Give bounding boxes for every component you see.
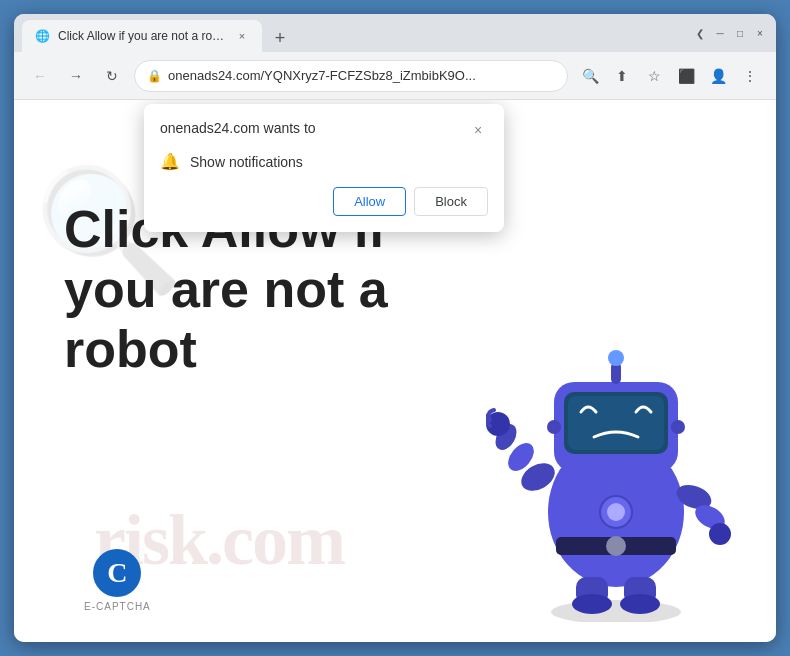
svg-point-8 [608, 350, 624, 366]
popup-close-button[interactable]: × [468, 120, 488, 140]
ecaptcha-logo: C [93, 549, 141, 597]
svg-point-21 [607, 503, 625, 521]
page-content: 🔍 risk.com Click Allow if you are not a … [14, 100, 776, 642]
hero-line2: you are not a [64, 260, 388, 318]
minimize-button[interactable]: ─ [712, 25, 728, 41]
popup-buttons: Allow Block [160, 187, 488, 216]
bookmark-icon[interactable]: ☆ [640, 62, 668, 90]
collapse-icon[interactable]: ❮ [692, 25, 708, 41]
allow-button[interactable]: Allow [333, 187, 406, 216]
tab-close-button[interactable]: × [234, 28, 250, 44]
svg-point-15 [709, 523, 731, 545]
tablet-mode-icon[interactable]: ⬛ [672, 62, 700, 90]
title-bar: 🌐 Click Allow if you are not a robot × +… [14, 14, 776, 52]
browser-window: 🌐 Click Allow if you are not a robot × +… [14, 14, 776, 642]
url-text: onenads24.com/YQNXryz7-FCFZSbz8_iZmbibK9… [168, 68, 555, 83]
robot-illustration [486, 282, 746, 622]
hero-line3: robot [64, 320, 197, 378]
lock-icon: 🔒 [147, 69, 162, 83]
tab-title: Click Allow if you are not a robot [58, 29, 226, 43]
maximize-button[interactable]: □ [732, 25, 748, 41]
block-button[interactable]: Block [414, 187, 488, 216]
browser-toolbar: ← → ↻ 🔒 onenads24.com/YQNXryz7-FCFZSbz8_… [14, 52, 776, 100]
notification-text: Show notifications [190, 154, 303, 170]
svg-point-3 [606, 536, 626, 556]
ecaptcha-label: E-CAPTCHA [84, 601, 151, 612]
browser-tab[interactable]: 🌐 Click Allow if you are not a robot × [22, 20, 262, 52]
share-icon[interactable]: ⬆ [608, 62, 636, 90]
svg-point-19 [620, 594, 660, 614]
robot-svg [486, 282, 746, 622]
popup-header: onenads24.com wants to × [160, 120, 488, 140]
svg-rect-6 [568, 396, 664, 450]
close-button[interactable]: × [752, 25, 768, 41]
notification-row: 🔔 Show notifications [160, 152, 488, 171]
ecaptcha-branding: C E-CAPTCHA [84, 549, 151, 612]
menu-icon[interactable]: ⋮ [736, 62, 764, 90]
forward-button[interactable]: → [62, 62, 90, 90]
svg-point-0 [551, 600, 681, 622]
svg-point-23 [671, 420, 685, 434]
new-tab-button[interactable]: + [266, 24, 294, 52]
bell-icon: 🔔 [160, 152, 180, 171]
popup-title: onenads24.com wants to [160, 120, 316, 136]
tab-bar: 🌐 Click Allow if you are not a robot × + [22, 14, 688, 52]
tab-favicon: 🌐 [34, 28, 50, 44]
address-bar[interactable]: 🔒 onenads24.com/YQNXryz7-FCFZSbz8_iZmbib… [134, 60, 568, 92]
svg-point-18 [572, 594, 612, 614]
account-icon[interactable]: 👤 [704, 62, 732, 90]
search-icon[interactable]: 🔍 [576, 62, 604, 90]
window-controls: ❮ ─ □ × [692, 25, 768, 41]
svg-point-22 [547, 420, 561, 434]
notification-popup: onenads24.com wants to × 🔔 Show notifica… [144, 104, 504, 232]
back-button[interactable]: ← [26, 62, 54, 90]
refresh-button[interactable]: ↻ [98, 62, 126, 90]
toolbar-actions: 🔍 ⬆ ☆ ⬛ 👤 ⋮ [576, 62, 764, 90]
